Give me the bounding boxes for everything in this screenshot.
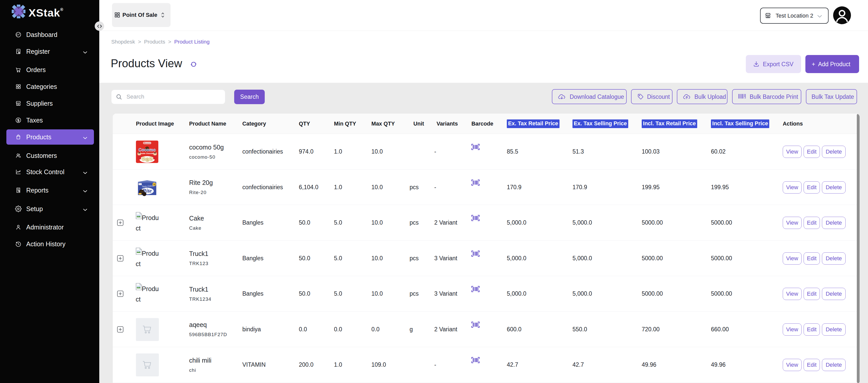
svg-text:Bisconni: Bisconni — [144, 142, 151, 144]
svg-text:Double Chocolate: Double Chocolate — [139, 152, 155, 154]
svg-text:Cocomo: Cocomo — [138, 147, 156, 152]
